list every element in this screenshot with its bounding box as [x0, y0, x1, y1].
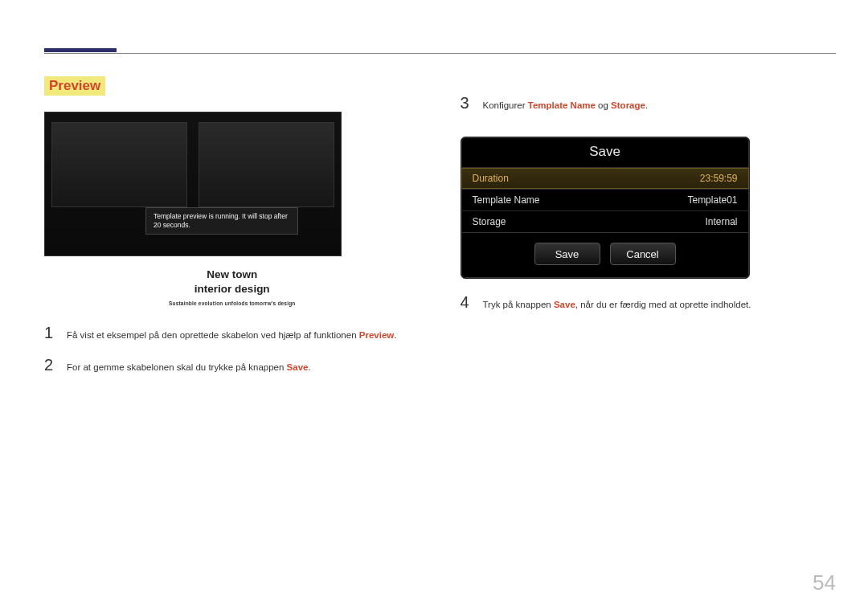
- step-text: For at gemme skabelonen skal du trykke p…: [67, 361, 311, 374]
- preview-panel-right: [199, 122, 334, 207]
- dialog-title: Save: [461, 137, 749, 167]
- text-span: og: [596, 100, 611, 110]
- step-number: 4: [461, 293, 472, 312]
- text-span: Tryk på knappen: [483, 300, 554, 309]
- section-title: Preview: [44, 76, 105, 96]
- step-number: 2: [44, 356, 55, 374]
- text-span: , når du er færdig med at oprette indhol…: [575, 300, 751, 309]
- right-column: 3Konfigurer Template Name og Storage. Sa…: [461, 76, 837, 387]
- left-column: Preview Template preview is running. It …: [44, 76, 420, 387]
- preview-screenshot: Template preview is running. It will sto…: [44, 112, 342, 256]
- step-text: Tryk på knappen Save, når du er færdig m…: [483, 298, 751, 312]
- step-text: Konfigurer Template Name og Storage.: [483, 99, 649, 112]
- highlight-text: Storage: [611, 100, 645, 110]
- dialog-row[interactable]: StorageInternal: [461, 211, 749, 232]
- step-text: Få vist et eksempel på den oprettede ska…: [67, 329, 396, 342]
- right-step-3: 3Konfigurer Template Name og Storage.: [461, 94, 837, 112]
- text-span: .: [394, 330, 396, 340]
- dialog-row-label: Storage: [473, 216, 506, 227]
- right-step-4: 4Tryk på knappen Save, når du er færdig …: [461, 293, 837, 312]
- cancel-button[interactable]: Cancel: [610, 243, 676, 265]
- step-item: 4Tryk på knappen Save, når du er færdig …: [461, 293, 837, 312]
- dialog-row[interactable]: Template NameTemplate01: [461, 190, 749, 211]
- dialog-rows: Duration23:59:59Template NameTemplate01S…: [461, 167, 749, 233]
- save-dialog: Save Duration23:59:59Template NameTempla…: [461, 137, 750, 279]
- content-columns: Preview Template preview is running. It …: [44, 76, 836, 387]
- text-span: .: [308, 362, 310, 372]
- caption-subtitle: Sustainble evolution unfolods tomorrw's …: [44, 300, 420, 306]
- text-span: .: [645, 100, 648, 110]
- dialog-row-label: Template Name: [473, 194, 540, 206]
- left-steps: 1Få vist et eksempel på den oprettede sk…: [44, 324, 420, 374]
- save-button[interactable]: Save: [534, 243, 600, 265]
- highlight-text: Save: [554, 300, 575, 309]
- text-span: Konfigurer: [483, 100, 528, 110]
- caption-line2: interior design: [44, 282, 420, 296]
- preview-background: Template preview is running. It will sto…: [45, 112, 341, 255]
- highlight-text: Preview: [359, 330, 394, 340]
- text-span: For at gemme skabelonen skal du trykke p…: [67, 362, 287, 372]
- step-item: 3Konfigurer Template Name og Storage.: [461, 94, 837, 112]
- dialog-row-value: 23:59:59: [700, 173, 738, 184]
- caption-line1: New town: [44, 268, 420, 282]
- text-span: Få vist et eksempel på den oprettede ska…: [67, 330, 359, 340]
- step-number: 1: [44, 324, 55, 342]
- highlight-text: Save: [287, 362, 309, 372]
- dialog-row-value: Template01: [687, 194, 737, 206]
- preview-panel-left: [51, 122, 187, 207]
- highlight-text: Template Name: [528, 100, 596, 110]
- step-item: 2For at gemme skabelonen skal du trykke …: [44, 356, 420, 374]
- step-number: 3: [461, 94, 472, 112]
- header-accent-bar: [44, 48, 117, 52]
- preview-caption: New town interior design Sustainble evol…: [44, 268, 420, 306]
- dialog-buttons: Save Cancel: [461, 233, 749, 267]
- dialog-row-label: Duration: [473, 173, 509, 184]
- step-item: 1Få vist et eksempel på den oprettede sk…: [44, 324, 420, 342]
- page-number: 54: [813, 570, 836, 595]
- header-rule: [44, 53, 836, 54]
- preview-toast: Template preview is running. It will sto…: [145, 207, 298, 235]
- dialog-row-value: Internal: [705, 216, 737, 227]
- dialog-row[interactable]: Duration23:59:59: [461, 168, 749, 190]
